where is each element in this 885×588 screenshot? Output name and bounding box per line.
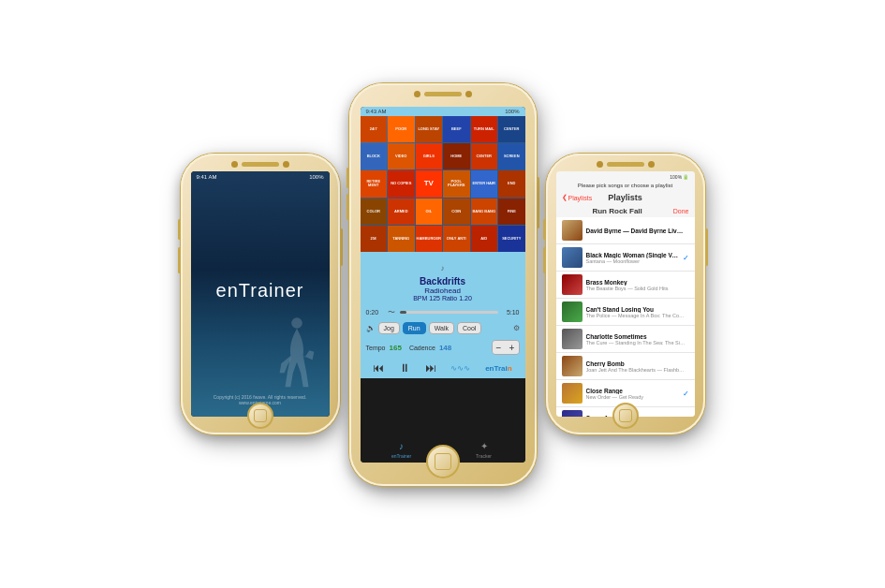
home-button-right[interactable] [612,403,639,429]
song-row[interactable]: Black Magic Woman (Single Version)Santan… [556,244,695,272]
song-list: David Byrne — David Byrne Live '92Black … [556,217,695,417]
waveform-icon: ∿∿∿ [450,364,470,373]
album-art-overlay: 24/7 POOR LONG STAY BEEF TURN MAIL CENTE… [361,116,525,252]
done-btn[interactable]: Done [673,208,689,214]
song-info: Can't Stand Losing YouThe Police — Messa… [586,306,686,318]
pause-btn[interactable]: ⏸ [399,361,410,375]
speaker-right [607,162,644,167]
speaker-left [242,162,279,167]
song-thumbnail [562,383,583,404]
sign-1: 24/7 [361,116,388,142]
sign-27: ONLY ANTI [443,226,470,252]
song-meta: Santana — Moonflower [586,258,679,264]
rewind-btn[interactable]: ⏮ [373,361,384,375]
app-title: enTrainer [216,280,304,301]
song-row[interactable]: David Byrne — David Byrne Live '92 [556,217,695,244]
sign-22: BANG BANG [471,198,498,225]
phone-body-right: 100% 🔋 Please pick songs or choose a pla… [546,154,705,434]
power-button-center [537,177,539,228]
svg-point-0 [291,317,302,329]
sign-14: NO COPIES [388,170,415,197]
sign-10: HOME [443,143,470,169]
eq-icon: 〜 [388,307,395,317]
status-bar-center: 9:43 AM 100% [361,107,525,116]
progress-bar-wrap: 0:20 〜 5:10 [361,305,525,319]
zone-btn-jog[interactable]: Jog [378,322,400,334]
fast-forward-btn[interactable]: ⏭ [425,361,436,375]
song-row[interactable]: Cherry BombJoan Jett And The Blackhearts… [556,353,695,380]
stepper-plus[interactable]: + [506,341,519,354]
status-bar-left: 9:41 AM 100% [197,174,324,180]
speaker-center [424,92,462,96]
song-thumbnail [562,220,583,241]
song-thumbnail [562,301,583,322]
sign-20: OIL [416,198,443,225]
song-checkmark: ✓ [683,417,689,418]
sign-19: ARMED [388,198,415,225]
sign-7: BLOCK [361,143,388,169]
sign-13: RETIRE MENT [361,170,388,197]
nav-entrainer-icon: ♪ [399,441,404,451]
song-thumbnail [562,410,583,417]
sign-2: POOR [388,116,415,142]
volume-up-right [543,219,546,240]
song-row[interactable]: Brass MonkeyThe Beastie Boys — Solid Gol… [556,272,695,299]
zone-btn-cool[interactable]: Cool [457,322,481,334]
zone-buttons: 🔈 Jog Run Walk Cool ⚙ [361,319,525,337]
phone-center: 9:43 AM 100% 24/7 POOR LONG STAY BEEF TU… [349,93,537,495]
phone-right: 100% 🔋 Please pick songs or choose a pla… [546,154,705,434]
sign-23: FINE [498,198,525,225]
sign-24: 25¢ [361,226,388,252]
song-row[interactable]: Charlotte SometimesThe Cure — Standing I… [556,326,695,353]
tempo-row: Tempo 165 Cadence 148 − + [361,337,525,358]
sign-4: BEEF [443,116,470,142]
home-button-left[interactable] [247,403,273,429]
camera-right [597,161,603,168]
song-meta: The Police — Message In A Box: The Compl… [586,313,686,318]
progress-bar[interactable] [400,311,498,314]
transport-row: ⏮ ⏸ ⏭ ∿∿∿ enTrain [361,358,525,378]
camera-left2 [283,161,289,168]
song-info: David Byrne — David Byrne Live '92 [586,228,686,234]
cadence-label: Cadence [409,345,435,351]
back-btn[interactable]: ❮ Playlists [562,194,593,201]
please-pick: Please pick songs or choose a playlist [556,181,695,190]
volume-icon[interactable]: 🔈 [366,324,376,332]
sign-12: SCREEN [498,143,525,169]
sign-18: COLOR [361,198,388,225]
sign-17: END [498,170,525,197]
song-checkmark: ✓ [683,254,689,262]
battery-left: 100% [309,174,323,180]
volume-up-left [178,219,181,240]
song-thumbnail [562,274,583,295]
zone-btn-run[interactable]: Run [403,322,426,334]
song-info: Cherry BombJoan Jett And The Blackhearts… [586,360,686,373]
screen-right-content: 100% 🔋 Please pick songs or choose a pla… [556,171,695,417]
header-title: Playlists [608,193,642,202]
time-center: 9:43 AM [366,109,387,114]
screen-left-content: 9:41 AM 100% enTrainer Copyright (c) 201… [191,171,330,417]
sign-3: LONG STAY [416,116,443,142]
gear-icon[interactable]: ⚙ [513,324,520,332]
sign-21: COIN [443,198,470,225]
song-name: Black Magic Woman (Single Version) [586,252,679,258]
song-thumbnail [562,329,583,349]
song-row[interactable]: Can't Stand Losing YouThe Police — Messa… [556,299,695,326]
playlist-header: ❮ Playlists Playlists [556,190,695,205]
volume-up-center [347,168,349,188]
sign-tv: TV [416,170,443,197]
cadence-val: 148 [439,344,451,352]
song-name: Brass Monkey [586,279,686,286]
status-bar-right: 100% 🔋 [556,171,695,181]
entrainer-logo-center: enTrain [485,364,511,373]
tempo-label: Tempo [366,345,386,351]
home-button-center[interactable] [426,445,460,478]
song-artist: Radiohead [368,287,518,295]
zone-btn-walk[interactable]: Walk [429,322,454,334]
sign-6: CENTER [498,116,525,142]
song-bpm: BPM 125 Ratio 1.20 [368,295,518,301]
sign-11: CENTER [471,143,498,169]
stepper-minus[interactable]: − [493,341,506,354]
scene: 9:41 AM 100% enTrainer Copyright (c) 201… [0,0,885,588]
song-checkmark: ✓ [683,390,689,398]
